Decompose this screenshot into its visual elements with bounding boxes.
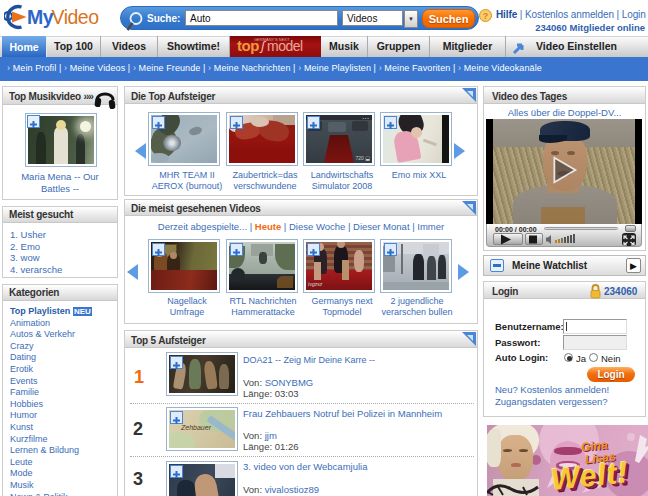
svg-text:My: My: [27, 6, 54, 28]
svg-text:Video: Video: [52, 6, 100, 28]
svg-text:?: ?: [483, 11, 489, 21]
